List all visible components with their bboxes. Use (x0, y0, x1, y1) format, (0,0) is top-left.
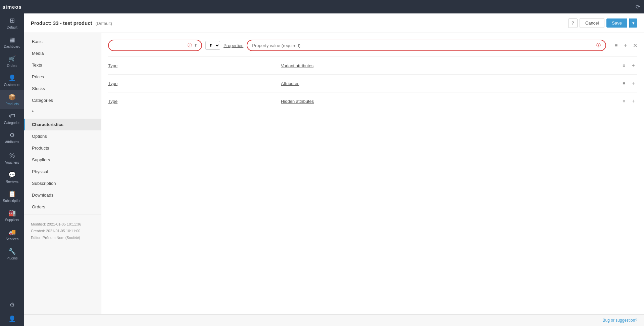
reviews-icon: 💬 (8, 171, 16, 178)
sidebar-item-subscription[interactable]: 📋 Subscription (0, 187, 24, 206)
variant-header: Type Variant attributes ≡ + (108, 62, 637, 70)
categories-icon: 🏷 (9, 113, 15, 120)
hidden-list-button[interactable]: ≡ (620, 97, 628, 105)
help-button[interactable]: ? (568, 18, 578, 28)
type-label-2: Type (108, 81, 117, 86)
language-select[interactable]: ⬍ (205, 41, 220, 50)
topbar-icon[interactable]: ⟳ (636, 4, 640, 10)
footer-bar: Bug or suggestion? (24, 314, 644, 326)
list-view-button[interactable]: ≡ (612, 41, 620, 49)
type-label-2-wrap: Type (108, 81, 274, 86)
variant-section: Type Variant attributes ≡ + (108, 56, 637, 74)
chevron-up-icon: ▲ (31, 109, 35, 113)
cancel-button[interactable]: Cancel (580, 18, 604, 28)
close-property-button[interactable]: ✕ (633, 42, 637, 49)
sidebar-item-reviews[interactable]: 💬 Reviews (0, 168, 24, 187)
add-variant-button[interactable]: + (629, 62, 637, 70)
attributes-icon: ⚙ (9, 131, 15, 139)
sidebar-item-suppliers[interactable]: 🏭 Suppliers (0, 206, 24, 225)
nav-item-texts[interactable]: Texts (24, 59, 101, 71)
sidebar-item-label: Default (7, 26, 17, 29)
hidden-section: Type Hidden attributes ≡ + (108, 92, 637, 110)
nav-item-prices[interactable]: Prices (24, 71, 101, 83)
nav-item-options[interactable]: Options (24, 130, 101, 142)
save-dropdown-button[interactable]: ▾ (629, 18, 637, 28)
nav-separator (24, 117, 101, 117)
default-icon: ⊞ (10, 17, 15, 24)
subscription-icon: 📋 (8, 190, 16, 198)
sidebar-item-categories[interactable]: 🏷 Categories (0, 109, 24, 128)
nav-item-characteristics[interactable]: Characteristics (24, 119, 101, 130)
content-area: Product: 33 - test product (Default) ? C… (24, 13, 644, 326)
header-actions: ? Cancel Save ▾ (568, 18, 637, 28)
sidebar-item-vouchers[interactable]: % Vouchers (0, 149, 24, 168)
attributes-actions: ≡ + (620, 79, 637, 87)
left-nav: Basic Media Texts Prices Stocks Categori… (24, 33, 101, 314)
save-button[interactable]: Save (606, 18, 627, 28)
sidebar-item-products[interactable]: 📦 Products (0, 90, 24, 109)
sidebar-item-label: Reviews (6, 180, 18, 184)
page-title: Product: 33 - test product (Default) (31, 20, 112, 26)
dashboard-icon: ▦ (9, 36, 15, 43)
hidden-attr-wrap: Hidden attributes (281, 99, 613, 104)
nav-item-orders[interactable]: Orders (24, 201, 101, 213)
topbar: ⟳ (24, 0, 644, 13)
hidden-actions: ≡ + (620, 97, 637, 105)
settings-icon: ⚙ (9, 301, 15, 309)
products-icon: 📦 (8, 93, 16, 101)
property-value-input[interactable] (252, 43, 594, 48)
add-property-button[interactable]: + (622, 41, 630, 49)
nav-item-suppliers[interactable]: Suppliers (24, 154, 101, 166)
chevron-icon: ⬍ (194, 43, 197, 48)
properties-label: Properties (224, 43, 243, 48)
variant-attr-label: Variant attributes (281, 63, 313, 68)
orders-icon: 🛒 (8, 55, 16, 63)
sidebar-item-attributes[interactable]: ⚙ Attributes (0, 128, 24, 147)
nav-meta: Modified: 2021-01-05 10:11:36 Created: 2… (24, 216, 101, 242)
nav-item-downloads[interactable]: Downloads (24, 189, 101, 201)
type-label-1-wrap: Type (108, 63, 274, 68)
add-attribute-button[interactable]: + (629, 79, 637, 87)
sidebar-item-user[interactable]: 👤 (0, 312, 24, 326)
sidebar-item-label: Orders (7, 64, 17, 68)
sidebar-item-settings[interactable]: ⚙ (0, 298, 24, 312)
sidebar: aimeos ⊞ Default ▦ Dashboard 🛒 Orders 👤 … (0, 0, 24, 326)
sidebar-divider (4, 148, 20, 148)
attributes-label-wrap: Attributes (281, 81, 613, 86)
main-wrapper: ⟳ Product: 33 - test product (Default) ?… (24, 0, 644, 326)
nav-item-stocks[interactable]: Stocks (24, 83, 101, 94)
sidebar-item-label: Plugins (7, 256, 18, 260)
suppliers-icon: 🏭 (8, 209, 16, 217)
user-icon: 👤 (8, 315, 16, 323)
nav-item-categories[interactable]: Categories (24, 94, 101, 106)
sidebar-item-label: Suppliers (5, 218, 19, 222)
nav-item-subscription[interactable]: Subscription (24, 177, 101, 189)
property-type-field: ⓘ ⬍ (108, 40, 202, 51)
add-hidden-button[interactable]: + (629, 97, 637, 105)
nav-item-media[interactable]: Media (24, 47, 101, 59)
type-label-1: Type (108, 63, 117, 68)
services-icon: 🚚 (8, 229, 16, 236)
nav-item-basic[interactable]: Basic (24, 36, 101, 47)
sidebar-item-customers[interactable]: 👤 Customers (0, 71, 24, 90)
attributes-header: Type Attributes ≡ + (108, 79, 637, 87)
sidebar-bottom: ⚙ 👤 (0, 298, 24, 326)
property-type-select[interactable] (113, 43, 186, 48)
sidebar-item-label: Services (6, 237, 18, 241)
sidebar-item-default[interactable]: ⊞ Default (0, 13, 24, 33)
bug-link[interactable]: Bug or suggestion? (603, 318, 637, 323)
sidebar-item-dashboard[interactable]: ▦ Dashboard (0, 33, 24, 52)
variant-list-button[interactable]: ≡ (620, 62, 628, 70)
nav-item-physical[interactable]: Physical (24, 166, 101, 177)
app-logo: aimeos (0, 0, 24, 13)
type-label-3-wrap: Type (108, 99, 274, 104)
customers-icon: 👤 (8, 74, 16, 82)
nav-item-products[interactable]: Products (24, 142, 101, 154)
sidebar-item-plugins[interactable]: 🔧 Plugins (0, 244, 24, 263)
attributes-label: Attributes (281, 81, 299, 86)
sidebar-item-orders[interactable]: 🛒 Orders (0, 52, 24, 71)
warning-icon-left: ⓘ (188, 42, 192, 48)
nav-toggle[interactable]: ▲ (24, 106, 101, 116)
sidebar-item-services[interactable]: 🚚 Services (0, 225, 24, 244)
attributes-list-button[interactable]: ≡ (620, 79, 628, 87)
